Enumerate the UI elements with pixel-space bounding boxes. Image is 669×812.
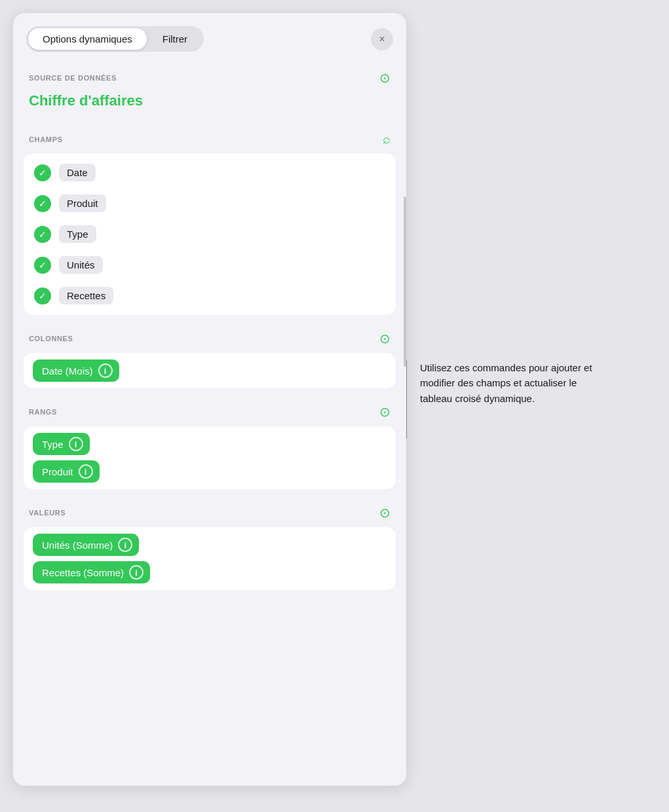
rangs-tag-type[interactable]: Typei bbox=[33, 433, 90, 455]
champ-check-type: ✓ bbox=[34, 226, 51, 243]
champ-item-date[interactable]: ✓ Date bbox=[24, 157, 396, 188]
tab-filtrer[interactable]: Filtrer bbox=[148, 28, 202, 50]
callout-area: Utilisez ces commandes pour ajouter et m… bbox=[406, 13, 656, 786]
champ-tag-type: Type bbox=[59, 225, 96, 243]
rangs-header: RANGS ⊙ bbox=[13, 399, 406, 424]
colonnes-box: Date (Mois)i bbox=[24, 353, 396, 388]
champ-item-recettes[interactable]: ✓ Recettes bbox=[24, 280, 396, 311]
valeurs-header: VALEURS ⊙ bbox=[13, 500, 406, 525]
champ-check-recettes: ✓ bbox=[34, 287, 51, 304]
rangs-label: RANGS bbox=[29, 408, 57, 416]
champ-tag-date: Date bbox=[59, 164, 96, 181]
champs-search-icon[interactable]: ⌕ bbox=[383, 132, 391, 147]
rangs-tag-label: Type bbox=[42, 439, 64, 450]
valeurs-box: Unités (Somme)iRecettes (Somme)i bbox=[24, 527, 396, 590]
source-label: SOURCE DE DONNÉES bbox=[29, 74, 117, 82]
section-rangs: RANGS ⊙ TypeiProduiti bbox=[13, 399, 406, 489]
rangs-info-icon[interactable]: i bbox=[69, 437, 83, 451]
section-source: SOURCE DE DONNÉES ⊙ Chiffre d'affaires bbox=[13, 65, 406, 120]
colonnes-header: COLONNES ⊙ bbox=[13, 325, 406, 350]
colonnes-label: COLONNES bbox=[29, 335, 73, 342]
rangs-tag-produit[interactable]: Produiti bbox=[33, 460, 100, 483]
champs-label: CHAMPS bbox=[29, 136, 63, 143]
valeurs-more-icon[interactable]: ⊙ bbox=[379, 505, 391, 521]
champs-header: CHAMPS ⌕ bbox=[13, 126, 406, 151]
valeurs-info-icon[interactable]: i bbox=[129, 565, 143, 580]
colonnes-more-icon[interactable]: ⊙ bbox=[379, 331, 391, 346]
tab-options-dynamiques[interactable]: Options dynamiques bbox=[28, 28, 147, 50]
valeurs-tag-recettes-(somme)[interactable]: Recettes (Somme)i bbox=[33, 561, 150, 583]
tab-group: Options dynamiques Filtrer bbox=[26, 26, 204, 52]
colonnes-tag-label: Date (Mois) bbox=[42, 365, 93, 377]
rangs-box: TypeiProduiti bbox=[24, 426, 396, 489]
valeurs-tag-label: Recettes (Somme) bbox=[42, 567, 124, 578]
tab-bar: Options dynamiques Filtrer × bbox=[26, 26, 393, 52]
champ-tag-produit: Produit bbox=[59, 194, 106, 212]
source-title[interactable]: Chiffre d'affaires bbox=[13, 90, 406, 120]
rangs-tag-label: Produit bbox=[42, 466, 73, 477]
main-layout: Options dynamiques Filtrer × SOURCE DE D… bbox=[13, 13, 656, 786]
valeurs-tag-unités-(somme)[interactable]: Unités (Somme)i bbox=[33, 534, 139, 556]
close-button[interactable]: × bbox=[371, 28, 393, 50]
callout-text: Utilisez ces commandes pour ajouter et m… bbox=[407, 360, 617, 406]
champs-box: ✓ Date ✓ Produit ✓ Type ✓ Unités ✓ Recet… bbox=[24, 153, 396, 315]
champ-check-produit: ✓ bbox=[34, 195, 51, 212]
champ-check-unités: ✓ bbox=[34, 257, 51, 274]
valeurs-info-icon[interactable]: i bbox=[118, 538, 132, 552]
rangs-more-icon[interactable]: ⊙ bbox=[379, 404, 391, 420]
champ-tag-unités: Unités bbox=[59, 256, 103, 274]
source-more-icon[interactable]: ⊙ bbox=[379, 70, 391, 86]
champ-item-type[interactable]: ✓ Type bbox=[24, 219, 396, 249]
champ-item-produit[interactable]: ✓ Produit bbox=[24, 188, 396, 219]
section-valeurs: VALEURS ⊙ Unités (Somme)iRecettes (Somme… bbox=[13, 500, 406, 590]
valeurs-tag-label: Unités (Somme) bbox=[42, 540, 113, 551]
section-colonnes: COLONNES ⊙ Date (Mois)i bbox=[13, 325, 406, 388]
valeurs-label: VALEURS bbox=[29, 509, 66, 517]
panel: Options dynamiques Filtrer × SOURCE DE D… bbox=[13, 13, 406, 786]
rangs-info-icon[interactable]: i bbox=[79, 464, 93, 479]
section-champs: CHAMPS ⌕ ✓ Date ✓ Produit ✓ Type ✓ Unité… bbox=[13, 126, 406, 315]
colonnes-tag-date-(mois)[interactable]: Date (Mois)i bbox=[33, 360, 119, 382]
champ-check-date: ✓ bbox=[34, 164, 51, 181]
source-header: SOURCE DE DONNÉES ⊙ bbox=[13, 65, 406, 90]
colonnes-info-icon[interactable]: i bbox=[98, 363, 113, 378]
champ-item-unités[interactable]: ✓ Unités bbox=[24, 249, 396, 280]
champ-tag-recettes: Recettes bbox=[59, 287, 113, 304]
